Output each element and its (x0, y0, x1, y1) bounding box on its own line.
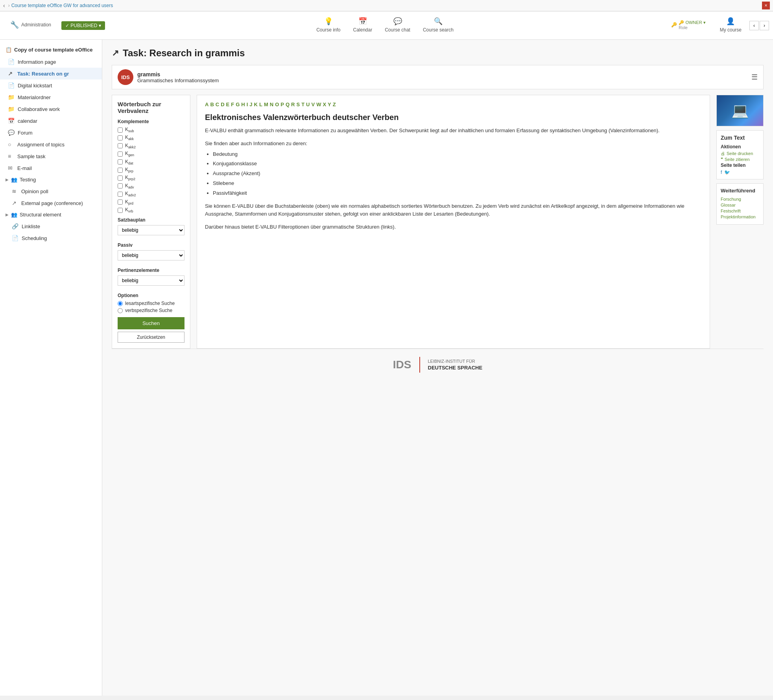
checkbox-kadv[interactable]: Kadv (118, 183, 184, 189)
kakk2-checkbox[interactable] (118, 143, 123, 148)
verb-radio[interactable] (118, 308, 123, 313)
kadv-checkbox[interactable] (118, 183, 123, 188)
sidebar-item-assignment-of-topics[interactable]: ○ Assignment of topics (0, 139, 102, 150)
sidebar-group-structural[interactable]: ▶ 👥 Structural element (0, 209, 102, 220)
radio-lesart[interactable]: lesartspezifische Suche (118, 301, 184, 306)
kprp2-checkbox[interactable] (118, 175, 123, 181)
role-label: 🔑 OWNER ▾ (679, 20, 705, 25)
alpha-letter-y[interactable]: Y (328, 102, 331, 107)
alpha-letter-d[interactable]: D (221, 102, 224, 107)
checkbox-kakk2[interactable]: Kakk2 (118, 143, 184, 149)
alpha-letter-j[interactable]: J (249, 102, 252, 107)
nav-course-chat[interactable]: 💬 Course chat (378, 11, 417, 40)
checkbox-ksub[interactable]: Ksub (118, 127, 184, 133)
festschrift-link[interactable]: Festschrift (721, 209, 759, 213)
sidebar-item-task-research[interactable]: ↗ Task: Research on gr (0, 68, 102, 79)
komplemente-label: Komplemente (118, 119, 184, 124)
checkbox-kprd[interactable]: Kprd (118, 199, 184, 205)
alpha-letter-e[interactable]: E (226, 102, 230, 107)
lesart-radio[interactable] (118, 301, 123, 306)
kgen-checkbox[interactable] (118, 151, 123, 157)
kvrb-label: Kvrb (125, 207, 133, 213)
hamburger-icon[interactable]: ☰ (751, 73, 758, 81)
alpha-letter-t[interactable]: T (301, 102, 304, 107)
checkbox-kvrb[interactable]: Kvrb (118, 207, 184, 213)
kakk-checkbox[interactable] (118, 135, 123, 140)
nav-administration[interactable]: 🔧 Administration (4, 11, 57, 40)
alpha-letter-m[interactable]: M (264, 102, 268, 107)
alpha-letter-w[interactable]: W (316, 102, 321, 107)
sidebar-item-collaborative-work[interactable]: 📁 Collaborative work (0, 103, 102, 115)
suchen-button[interactable]: Suchen (118, 317, 184, 329)
alpha-letter-s[interactable]: S (296, 102, 300, 107)
alpha-letter-c[interactable]: C (216, 102, 219, 107)
facebook-icon[interactable]: f (721, 170, 722, 175)
kdat-checkbox[interactable] (118, 159, 123, 164)
alpha-letter-x[interactable]: X (323, 102, 326, 107)
nav-course-info[interactable]: 💡 Course info (310, 11, 347, 40)
sidebar-item-linkliste[interactable]: 🔗 Linkliste (0, 220, 102, 232)
alpha-letter-b[interactable]: B (210, 102, 214, 107)
status-button[interactable]: ✓ PUBLISHED ▾ (61, 21, 105, 30)
checkbox-kakk[interactable]: Kakk (118, 135, 184, 141)
alpha-letter-o[interactable]: O (275, 102, 279, 107)
sidebar-item-calendar[interactable]: 📅 calendar (0, 115, 102, 127)
alpha-letter-f[interactable]: F (231, 102, 234, 107)
nav-role[interactable]: 🔑 🔑 OWNER ▾ Role (665, 11, 712, 40)
alpha-letter-p[interactable]: P (280, 102, 284, 107)
sidebar-item-forum[interactable]: 💬 Forum (0, 127, 102, 139)
checkbox-kprp[interactable]: Kprp (118, 167, 184, 173)
alpha-letter-i[interactable]: I (247, 102, 248, 107)
alpha-letter-u[interactable]: U (306, 102, 310, 107)
sidebar-group-testing[interactable]: ▶ 👥 Testing (0, 174, 102, 185)
pertinenzelemente-select[interactable]: beliebig (118, 275, 184, 286)
zurucksetzen-button[interactable]: Zurücksetzen (118, 332, 184, 343)
glossar-link[interactable]: Glossar (721, 203, 759, 207)
kprp-checkbox[interactable] (118, 168, 123, 173)
checkbox-kadv2[interactable]: Kadv2 (118, 191, 184, 197)
alpha-letter-h[interactable]: H (241, 102, 245, 107)
kvrb-checkbox[interactable] (118, 208, 123, 213)
projektinfo-link[interactable]: Projektinformation (721, 214, 759, 219)
passiv-select[interactable]: beliebig (118, 250, 184, 260)
alpha-letter-a[interactable]: A (205, 102, 208, 107)
forschung-link[interactable]: Forschung (721, 197, 759, 201)
seite-drucken-link[interactable]: 🖨 Seite drucken (721, 151, 759, 156)
nav-prev-button[interactable]: ‹ (749, 21, 759, 30)
kadv2-checkbox[interactable] (118, 192, 123, 197)
ksub-checkbox[interactable] (118, 127, 123, 133)
nav-next-button[interactable]: › (760, 21, 769, 30)
satzbauplan-select[interactable]: beliebig (118, 225, 184, 235)
sidebar-item-materialordner[interactable]: 📁 Materialordner (0, 91, 102, 103)
close-button[interactable]: × (762, 2, 770, 9)
back-button[interactable]: ‹ (3, 2, 5, 9)
twitter-icon[interactable]: 🐦 (724, 170, 730, 175)
breadcrumb-link[interactable]: Course template eOffice GW for advanced … (11, 3, 113, 8)
checkbox-kdat[interactable]: Kdat (118, 159, 184, 165)
alpha-letter-r[interactable]: R (291, 102, 295, 107)
alpha-letter-k[interactable]: K (254, 102, 258, 107)
nav-course-search[interactable]: 🔍 Course search (417, 11, 460, 40)
list-icon: ≡ (8, 153, 14, 159)
sidebar-item-email[interactable]: ✉ E-mail (0, 162, 102, 174)
alpha-letter-l[interactable]: L (259, 102, 262, 107)
seite-zitieren-link[interactable]: ❝ Seite zitieren (721, 157, 759, 162)
alpha-letter-z[interactable]: Z (333, 102, 336, 107)
kprd-checkbox[interactable] (118, 199, 123, 205)
sidebar-item-scheduling[interactable]: 📄 Scheduling (0, 232, 102, 244)
alpha-letter-q[interactable]: Q (286, 102, 290, 107)
sidebar-item-digital-kickstart[interactable]: 📄 Digital kickstart (0, 79, 102, 91)
checkbox-kgen[interactable]: Kgen (118, 151, 184, 157)
radio-verb[interactable]: verbspezifische Suche (118, 308, 184, 313)
course-chat-label: Course chat (385, 27, 410, 33)
nav-calendar[interactable]: 📅 Calendar (347, 11, 379, 40)
sidebar-item-opinion-poll[interactable]: ≋ Opinion poll (0, 185, 102, 197)
sidebar-item-information-page[interactable]: 📄 Information page (0, 56, 102, 68)
nav-my-course[interactable]: 👤 My course (714, 11, 748, 40)
alpha-letter-g[interactable]: G (236, 102, 240, 107)
sidebar-item-sample-task[interactable]: ≡ Sample task (0, 150, 102, 162)
sidebar-item-external-page[interactable]: ↗ External page (conference) (0, 197, 102, 209)
alpha-letter-n[interactable]: N (270, 102, 273, 107)
checkbox-kprp2[interactable]: Kprp2 (118, 175, 184, 181)
alpha-letter-v[interactable]: V (311, 102, 315, 107)
